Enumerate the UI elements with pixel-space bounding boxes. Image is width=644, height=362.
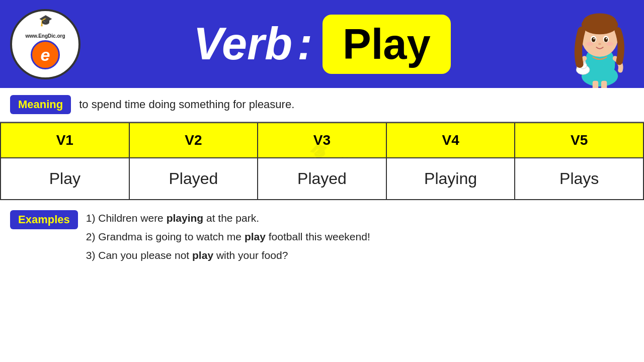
colon-label: : bbox=[297, 18, 312, 70]
meaning-badge: Meaning bbox=[10, 95, 71, 114]
example-1: 1) Children were playing at the park. bbox=[86, 209, 370, 228]
logo-top-text: www.EngDic.org bbox=[25, 33, 65, 39]
header-v3: V3 bbox=[258, 123, 386, 158]
svg-point-17 bbox=[593, 38, 595, 39]
examples-badge: Examples bbox=[10, 210, 78, 229]
svg-rect-3 bbox=[601, 81, 607, 88]
header-v2: V2 bbox=[129, 123, 258, 158]
meaning-text: to spend time doing something for pleasu… bbox=[79, 98, 294, 111]
table-wrapper: 🎓 www.EngDic .org V1 V2 V3 V4 V5 Play Pl… bbox=[0, 122, 644, 200]
svg-rect-2 bbox=[593, 81, 598, 88]
cell-v2: Played bbox=[129, 158, 258, 200]
cell-v3: Played bbox=[258, 158, 386, 200]
svg-point-20 bbox=[606, 42, 613, 46]
logo-e-circle: e bbox=[31, 40, 60, 69]
girl-illustration bbox=[561, 0, 639, 88]
header-v4: V4 bbox=[386, 123, 515, 158]
svg-point-21 bbox=[598, 43, 601, 45]
table-data-row: Play Played Played Playing Plays bbox=[1, 158, 643, 200]
verb-label: Verb bbox=[193, 18, 292, 70]
svg-point-12 bbox=[583, 13, 617, 30]
header-title: Verb : Play bbox=[193, 15, 451, 74]
logo: 🎓 www.EngDic.org e bbox=[10, 9, 80, 79]
graduation-cap-icon: 🎓 bbox=[39, 14, 52, 27]
svg-point-18 bbox=[606, 38, 607, 39]
cell-v1: Play bbox=[1, 158, 129, 200]
example-3: 3) Can you please not play with your foo… bbox=[86, 246, 370, 265]
examples-row: Examples 1) Children were playing at the… bbox=[0, 200, 644, 274]
svg-point-16 bbox=[604, 37, 608, 42]
svg-point-15 bbox=[592, 37, 596, 42]
header-v1: V1 bbox=[1, 123, 129, 158]
header: 🎓 www.EngDic.org e Verb : Play bbox=[0, 0, 644, 88]
word-label: Play bbox=[343, 20, 431, 69]
girl-svg bbox=[561, 0, 639, 88]
cell-v4: Playing bbox=[386, 158, 515, 200]
logo-letter: e bbox=[41, 45, 50, 65]
examples-list: 1) Children were playing at the park. 2)… bbox=[86, 209, 370, 264]
svg-point-19 bbox=[586, 42, 593, 46]
header-v5: V5 bbox=[515, 123, 643, 158]
word-box: Play bbox=[323, 15, 451, 74]
table-header-row: V1 V2 V3 V4 V5 bbox=[1, 123, 643, 158]
example-2: 2) Grandma is going to watch me play foo… bbox=[86, 228, 370, 246]
cell-v5: Plays bbox=[515, 158, 643, 200]
verb-table: V1 V2 V3 V4 V5 Play Played Played Playin… bbox=[0, 122, 644, 200]
page-wrapper: 🎓 www.EngDic.org e Verb : Play bbox=[0, 0, 644, 362]
meaning-row: Meaning to spend time doing something fo… bbox=[0, 88, 644, 122]
